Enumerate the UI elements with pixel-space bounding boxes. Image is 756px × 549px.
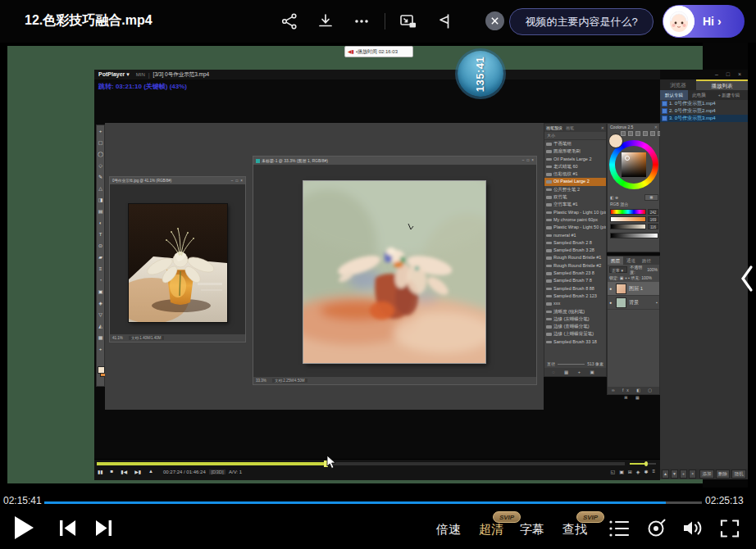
tool-icon: ◔ [97, 274, 104, 286]
playlist-add-button: 添加 [699, 470, 714, 479]
record-settings-icon[interactable] [646, 518, 667, 538]
playlist-item: 3. 0号作业示范3.mp4 [660, 115, 748, 122]
tab-channels: 通道 [623, 256, 639, 265]
potplayer-mini-icon: ◈ [636, 469, 640, 474]
playlist-icon[interactable] [608, 519, 630, 538]
zoom-level: 33.3% [256, 379, 266, 383]
tab-default-album: 默认专辑 [660, 90, 688, 100]
reference-photo [129, 204, 227, 322]
document-title: 0号作业示范.jpg @ 41.1% (RGB/8#) [110, 177, 245, 184]
potplayer-playlist-panel: – □ × 浏览器 播放列表 默认专辑 此电脑 + 新建专辑 1. 0号作业示范… [660, 70, 748, 479]
download-icon[interactable] [316, 11, 335, 31]
assistant-button[interactable]: Hi › [663, 5, 745, 38]
playlist-item: 2. 0号作业示范2.mp4 [660, 107, 748, 115]
brush-list-item: 边缘 (直蝴蝶分笔) [544, 323, 606, 330]
find-button[interactable]: 查找 [562, 522, 587, 538]
tool-icon: ✎ [97, 171, 104, 183]
tool-icon: ▰ [97, 252, 104, 263]
assistant-avatar [663, 6, 695, 37]
layer-row: ● 图层 1 [608, 282, 659, 296]
share-icon[interactable] [280, 11, 299, 31]
svip-badge-find: SVIP [576, 511, 604, 523]
saturation-slider [610, 216, 646, 222]
brush-list-item: Sampled Brush 7 8 [544, 277, 606, 284]
titlebar-separator: | [148, 72, 150, 78]
potplayer-osd-text: 跳转: 03:21:10 (关键帧) (43%) [98, 82, 187, 91]
subtitle-button[interactable]: 字幕 [520, 522, 544, 538]
speed-button[interactable]: 倍速 [436, 522, 461, 538]
layer-thumbnail [616, 297, 626, 308]
transport-icon: ▲ [148, 469, 153, 474]
tool-icon: ◭ [97, 320, 104, 332]
tool-icon: + [97, 343, 104, 355]
layers-panel: 图层 通道 路径 正常 ▾ 不透明度: 100% 锁定: ▣ + ▪ 填充: 1… [607, 256, 660, 395]
flag-icon[interactable] [435, 11, 454, 31]
potplayer-now-playing: [3/3] 0号作业示范3.mp4 [153, 71, 210, 79]
ai-question-chip[interactable]: 视频的主要内容是什么? [509, 8, 654, 35]
current-color-swatch [608, 134, 623, 148]
painting-canvas [303, 181, 485, 363]
playlist-up-button: ▲ [662, 470, 669, 479]
brush-list-item: Sampled Brush 3 28 [544, 247, 606, 254]
brush-list-item: 伍彩低纹 #1 [544, 170, 606, 178]
file-icon [662, 108, 667, 114]
layer-thumbnail [616, 284, 626, 294]
fullscreen-icon[interactable] [720, 519, 740, 538]
volume-icon[interactable] [682, 518, 704, 538]
layer-lock-icon: ▪ [656, 300, 658, 305]
next-button[interactable] [95, 520, 112, 536]
red-value: 242 [648, 209, 658, 215]
previous-button[interactable] [59, 520, 76, 536]
tab-brush: 画笔 [566, 124, 574, 132]
video-player-app: 12.色彩技巧融合.mp4 [0, 0, 756, 549]
video-frame[interactable]: PotPlayer ▾ MIN | [3/3] 0号作业示范3.mp4 跳转: … [0, 43, 756, 488]
potplayer-volume-slider [630, 463, 656, 465]
brush-list-item: 公共野生笔 2 [544, 186, 606, 193]
foreground-color-swatch [98, 366, 105, 374]
close-suggestion-icon[interactable] [485, 11, 504, 30]
playlist-item-label: 3. 0号作业示范3.mp4 [669, 115, 716, 122]
potplayer-volume-handle [644, 461, 648, 466]
tab-playlist: 播放列表 [696, 79, 748, 90]
playlist-drawer-toggle[interactable] [739, 262, 756, 295]
brush-list-item: Sampled Brush 2 123 [544, 293, 606, 300]
brush-panel-tabs: 画笔预设 画笔 ✕ [544, 124, 606, 132]
slider-tabs: RGB 混合 [610, 202, 628, 206]
tab-paths: 路径 [639, 256, 654, 265]
potplayer-seek-progress [97, 462, 326, 465]
seek-bar-progress [44, 501, 666, 504]
current-time: 02:15:41 [3, 495, 42, 506]
tool-icon: ▢ [97, 137, 104, 148]
potplayer-window: PotPlayer ▾ MIN | [3/3] 0号作业示范3.mp4 跳转: … [94, 70, 660, 479]
transport-icon: ■ [111, 469, 114, 474]
zoom-level: 41.1% [112, 336, 123, 340]
color-wheel-panel: Coolorus 2.5 ✕ ◧ ⊕ ▦ RGB 混合 242 169 [607, 123, 660, 252]
playlist-tabs: 浏览器 播放列表 [660, 79, 748, 90]
layer-visibility-icon: ● [609, 300, 616, 305]
potplayer-skin-label: MIN [136, 72, 145, 77]
total-time: 02:25:13 [705, 495, 744, 506]
badge-time-text: 135:41 [474, 56, 486, 91]
seek-bar[interactable] [44, 501, 702, 504]
potplayer-mini-icon: ◱ [610, 469, 615, 474]
brush-list-item: Plastic Wrap - Light 10 (pixels) [544, 209, 606, 216]
layer-visibility-icon: ● [609, 286, 616, 291]
toolbar-divider [385, 13, 385, 29]
brush-list-item: 圆扇形硬毛刷 [544, 147, 606, 155]
quality-button[interactable]: 超清 [479, 522, 503, 538]
brush-list-item: Oil Pastel Large 2 [544, 178, 606, 185]
opacity-value: 100% [647, 267, 658, 272]
player-control-bar: 02:15:41 02:25:13 倍速 SVIP 超清 字幕 SVIP 查找 [0, 488, 756, 549]
more-icon[interactable] [352, 11, 371, 31]
picture-in-picture-icon[interactable] [398, 11, 418, 31]
playlist-footer-buttons: ▲ ▼ + × 添加 删除 随机 [660, 469, 748, 479]
potplayer-mini-icon: ✱ [644, 469, 648, 474]
play-button[interactable] [13, 515, 35, 540]
tooltip-text: •播放时间 02:16:03 [356, 49, 398, 54]
tab-browser: 浏览器 [660, 79, 696, 90]
potplayer-seekbar [97, 462, 625, 465]
color-panel-button: ▦ [644, 194, 658, 201]
brush-list-item: Rough Round Bristle #1 [544, 254, 606, 261]
remaining-time-badge: 135:41 [458, 51, 503, 97]
document-window-controls: – □ × [231, 177, 244, 184]
